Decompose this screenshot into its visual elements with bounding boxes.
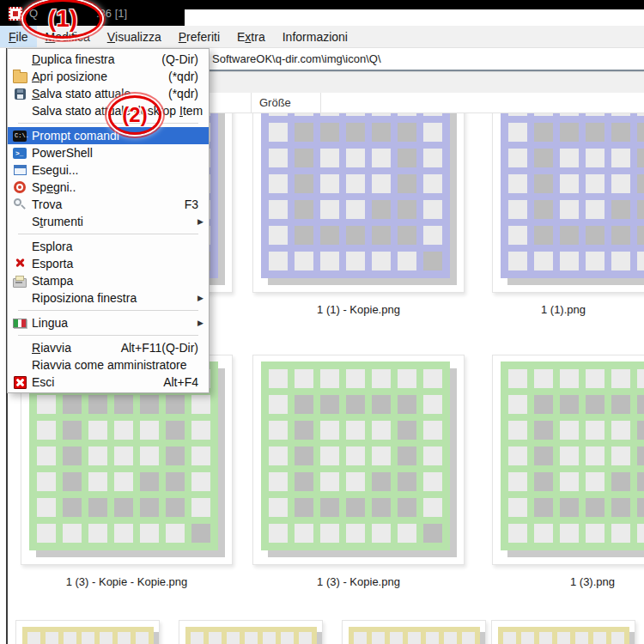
app-icon[interactable] [9,7,22,21]
power-icon [8,181,32,193]
menu-shortcut: F3 [185,197,209,211]
menu-item-duplica-finestra[interactable]: Duplica finestra (Q-Dir) [8,51,209,68]
file-tile[interactable] [491,620,635,644]
submenu-arrow-icon: ▶ [197,319,209,327]
file-thumbnail-grid [185,627,317,644]
file-menu-dropdown: Duplica finestra (Q-Dir) Apri posizione … [7,48,210,393]
menu-item-esplora[interactable]: Esplora [8,238,209,255]
exit-icon [8,376,32,389]
file-thumbnail-grid [501,113,644,278]
menu-item-esci[interactable]: Esci Alt+F4 [8,374,209,391]
italian-flag-icon [8,319,32,328]
file-tile[interactable] [179,620,323,644]
menu-item-strumenti[interactable]: Strumenti ▶ [8,213,209,230]
menu-item-stampa[interactable]: Stampa [8,272,209,289]
cmd-icon [8,131,32,142]
menu-separator [18,123,198,124]
menubar-item-preferiti[interactable]: Preferiti [170,26,228,47]
folder-icon [8,70,32,83]
menu-item-esporta[interactable]: Esporta [8,255,209,272]
run-icon [8,165,32,175]
menu-separator [18,234,198,234]
file-thumbnail-grid [261,361,450,550]
menu-shortcut: (*qdr) [168,70,209,83]
menu-separator [18,335,198,336]
submenu-arrow-icon: ▶ [197,217,209,226]
menu-item-prompt-comandi[interactable]: Prompt comandi [8,127,209,144]
menu-item-riavvia[interactable]: Riavvia Alt+F11(Q-Dir) [8,339,209,356]
menu-shortcut: Alt+F4 [163,375,209,389]
printer-icon [8,275,32,288]
menu-item-apri-posizione[interactable]: Apri posizione (*qdr) [8,68,209,85]
menu-shortcut: (*qdr) [168,87,209,100]
save-icon [8,88,32,100]
menu-item-trova[interactable]: Trova F3 [8,196,209,213]
file-name-label: 1 (1) - Kopie.png [252,303,465,317]
file-tile[interactable] [492,355,644,565]
file-tile[interactable] [492,113,644,293]
menu-shortcut: (Q-Dir) [161,52,209,66]
file-tile[interactable] [342,620,486,644]
menu-item-salva-stato-attuale[interactable]: Salva stato attuale (*qdr) [8,85,209,102]
powershell-icon [8,148,32,159]
file-name-label: 1 (1).png [492,303,635,317]
menu-item-esegui[interactable]: Esegui... [8,161,209,179]
menu-item-riposiziona-finestra[interactable]: Riposiziona finestra ▶ [8,289,209,307]
menu-shortcut: Alt+F11(Q-Dir) [121,341,209,355]
file-tile[interactable] [15,620,160,644]
annotation-marker-1: (1) [23,0,102,39]
file-thumbnail-grid [501,361,644,550]
menu-item-powershell[interactable]: PowerShell [8,144,209,161]
file-tile[interactable] [252,355,465,565]
file-thumbnail-grid [22,627,154,644]
annotation-marker-2: (2) [108,95,161,135]
menubar-item-visualizza[interactable]: Visualizza [99,26,170,47]
menu-item-spegni[interactable]: Spegni.. [8,179,209,196]
address-path[interactable]: SoftwareOK\q-dir.com\img\icon\Q\ [212,48,381,70]
file-name-label: 1 (3) - Kopie.png [252,575,465,589]
file-name-label: 1 (3) - Kopie - Kopie.png [21,575,233,589]
file-thumbnail-grid [498,627,629,644]
file-name-label: 1 (3).png [492,575,644,589]
submenu-arrow-icon: ▶ [197,294,209,302]
file-thumbnail-grid [261,113,450,278]
menu-item-riavvia-amministratore[interactable]: Riavvia come amministratore [8,356,209,374]
menu-separator [18,310,198,311]
menubar-item-informazioni[interactable]: Informazioni [274,26,356,47]
column-header-size[interactable]: Größe [251,93,321,112]
file-thumbnail-grid [349,627,480,644]
menu-bar: File Modifica Visualizza Preferiti Extra… [0,26,644,48]
search-icon [8,197,32,211]
file-tile[interactable] [252,113,465,293]
menubar-item-extra[interactable]: Extra [228,26,274,47]
menu-item-lingua[interactable]: Lingua ▶ [8,314,209,331]
export-icon [8,258,32,270]
